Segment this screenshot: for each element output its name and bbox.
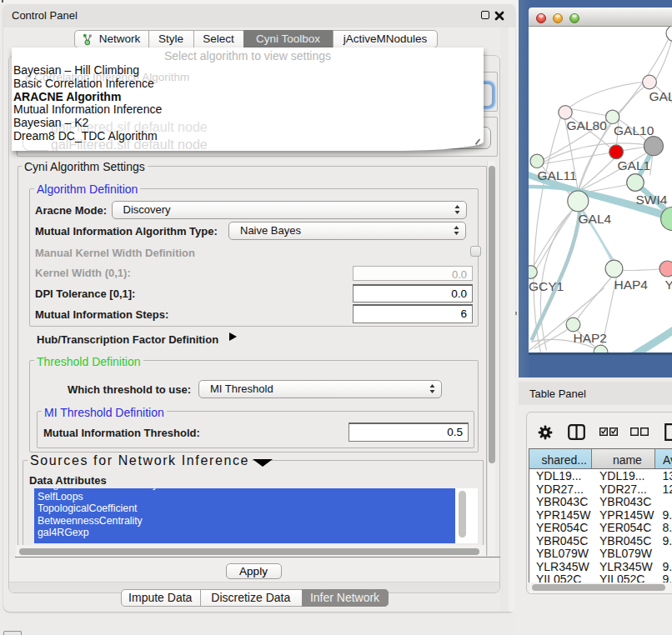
svg-text:GCY1: GCY1 (529, 279, 564, 293)
svg-text:YEL: YEL (664, 278, 672, 292)
svg-text:GAL4: GAL4 (578, 211, 611, 225)
svg-text:SWI4: SWI4 (635, 192, 667, 206)
svg-text:HAP4: HAP4 (614, 277, 648, 291)
svg-text:GAL1: GAL1 (617, 158, 650, 172)
svg-text:HAP2: HAP2 (573, 331, 607, 345)
svg-text:GAL11: GAL11 (537, 168, 576, 182)
svg-text:GAL10: GAL10 (614, 122, 654, 137)
svg-text:GAL80: GAL80 (566, 118, 607, 132)
svg-text:GAL2: GAL2 (649, 88, 672, 102)
